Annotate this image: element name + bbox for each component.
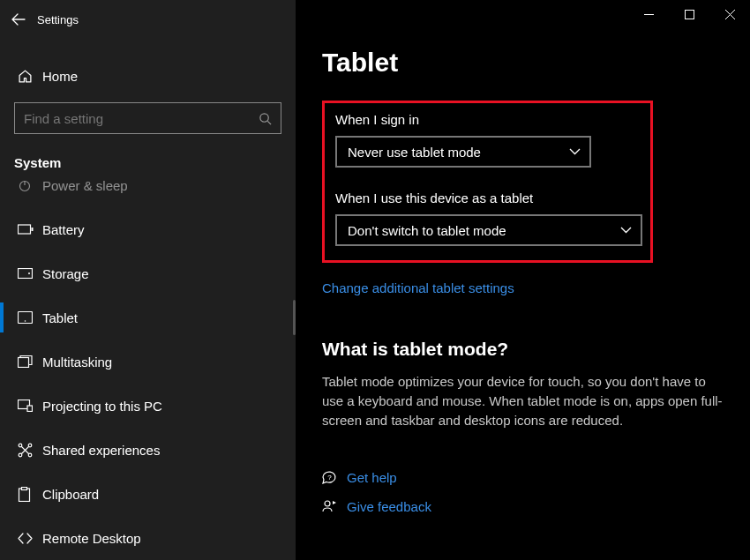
maximize-button[interactable] xyxy=(669,0,709,28)
svg-point-19 xyxy=(325,501,330,506)
tablet-icon xyxy=(18,311,42,324)
storage-icon xyxy=(18,268,42,279)
clipboard-icon xyxy=(18,487,42,502)
what-is-body: Tablet mode optimizes your device for to… xyxy=(322,372,724,429)
device-label: When I use this device as a tablet xyxy=(335,190,640,205)
close-icon xyxy=(725,10,735,19)
sidebar-item-label: Projecting to this PC xyxy=(42,399,162,414)
svg-rect-10 xyxy=(27,406,33,412)
help-icon: ? xyxy=(322,470,347,485)
sidebar-item-label: Tablet xyxy=(42,310,78,325)
sidebar-item-label: Remote Desktop xyxy=(42,531,141,546)
svg-point-12 xyxy=(28,444,32,447)
search-input[interactable] xyxy=(24,111,259,126)
maximize-icon xyxy=(685,10,694,19)
device-value: Don't switch to tablet mode xyxy=(348,223,506,238)
back-button[interactable] xyxy=(0,0,37,39)
main-panel: Tablet When I sign in Never use tablet m… xyxy=(296,0,750,560)
sidebar-item-tablet[interactable]: Tablet xyxy=(0,295,296,340)
sidebar-item-shared-experiences[interactable]: Shared experiences xyxy=(0,428,296,472)
chevron-down-icon xyxy=(569,148,581,155)
sidebar-item-label: Shared experiences xyxy=(42,443,160,458)
sidebar-item-label: Multitasking xyxy=(42,355,112,370)
sidebar-item-battery[interactable]: Battery xyxy=(0,207,296,251)
sidebar-nav: Power & sleep Battery Storage Tablet Mul… xyxy=(0,183,296,560)
minimize-button[interactable] xyxy=(628,0,669,28)
close-button[interactable] xyxy=(709,0,750,28)
window-controls xyxy=(628,0,750,28)
page-title: Tablet xyxy=(322,48,724,78)
shared-icon xyxy=(18,443,42,458)
highlight-box: When I sign in Never use tablet mode Whe… xyxy=(322,101,653,263)
sidebar-item-label: Clipboard xyxy=(42,487,99,502)
sidebar-item-label: Battery xyxy=(42,222,85,237)
device-select[interactable]: Don't switch to tablet mode xyxy=(335,214,642,246)
chevron-down-icon xyxy=(620,227,632,234)
sign-in-select[interactable]: Never use tablet mode xyxy=(335,136,591,168)
home-icon xyxy=(18,69,42,84)
search-box[interactable] xyxy=(14,102,281,134)
projecting-icon xyxy=(18,399,42,412)
sidebar-item-label: Storage xyxy=(42,266,89,281)
multitasking-icon xyxy=(18,355,42,368)
sidebar-item-storage[interactable]: Storage xyxy=(0,251,296,295)
get-help-link[interactable]: Get help xyxy=(347,470,397,485)
svg-rect-15 xyxy=(19,489,30,502)
svg-text:?: ? xyxy=(327,474,332,482)
svg-point-11 xyxy=(19,444,22,447)
sidebar-item-multitasking[interactable]: Multitasking xyxy=(0,340,296,384)
svg-rect-4 xyxy=(19,269,33,279)
svg-rect-2 xyxy=(19,225,31,234)
get-help-row[interactable]: ? Get help xyxy=(322,470,724,485)
svg-point-13 xyxy=(19,453,22,457)
content: Tablet When I sign in Never use tablet m… xyxy=(296,0,750,528)
svg-point-7 xyxy=(25,320,26,322)
battery-icon xyxy=(18,224,42,235)
svg-rect-17 xyxy=(685,10,694,19)
svg-rect-8 xyxy=(19,358,29,368)
sidebar-item-clipboard[interactable]: Clipboard xyxy=(0,472,296,516)
svg-point-0 xyxy=(260,113,268,121)
sidebar-home[interactable]: Home xyxy=(0,56,296,95)
svg-rect-3 xyxy=(32,228,34,231)
feedback-icon xyxy=(322,499,347,514)
power-icon xyxy=(18,178,42,192)
minimize-icon xyxy=(644,10,654,19)
arrow-left-icon xyxy=(11,12,26,26)
titlebar: Settings xyxy=(0,0,296,39)
sidebar-item-remote-desktop[interactable]: Remote Desktop xyxy=(0,516,296,560)
additional-settings-link[interactable]: Change additional tablet settings xyxy=(322,280,514,295)
search-icon xyxy=(259,112,272,125)
sidebar-item-power-sleep[interactable]: Power & sleep xyxy=(0,163,296,207)
sign-in-label: When I sign in xyxy=(335,112,640,127)
what-is-heading: What is tablet mode? xyxy=(322,339,724,360)
sidebar-item-projecting[interactable]: Projecting to this PC xyxy=(0,384,296,428)
remote-desktop-icon xyxy=(18,532,42,545)
window-title: Settings xyxy=(37,13,79,26)
sign-in-value: Never use tablet mode xyxy=(348,145,481,160)
sidebar-item-label: Power & sleep xyxy=(42,178,128,193)
sidebar: Settings Home System Power & sleep Batte… xyxy=(0,0,296,560)
svg-rect-16 xyxy=(22,487,27,489)
sidebar-home-label: Home xyxy=(42,69,78,84)
give-feedback-row[interactable]: Give feedback xyxy=(322,499,724,514)
svg-point-5 xyxy=(28,273,30,274)
svg-point-14 xyxy=(28,453,32,457)
give-feedback-link[interactable]: Give feedback xyxy=(347,499,431,514)
